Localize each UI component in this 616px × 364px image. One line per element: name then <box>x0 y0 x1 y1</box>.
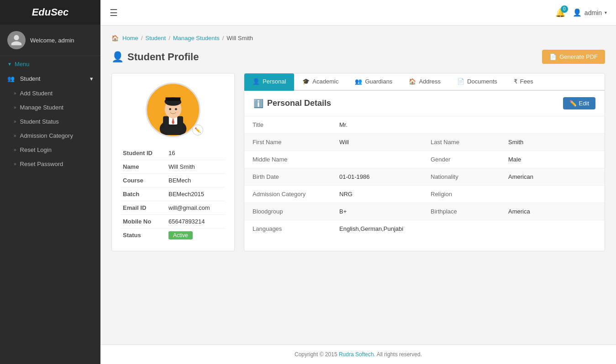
field-value: 01-01-1986 <box>331 168 422 186</box>
edit-avatar-icon[interactable]: ✏️ <box>192 125 203 135</box>
info-icon: ℹ️ <box>253 99 263 109</box>
sidebar-item-reset-password[interactable]: » Reset Password <box>0 157 100 171</box>
tab-academic[interactable]: 🎓 Academic <box>294 73 347 91</box>
sidebar-section-student: 👥 Student ▾ » Add Student » Manage Stude… <box>0 69 100 173</box>
welcome-label: Welcome, admin <box>30 37 74 44</box>
field-label: Bloodgroup <box>244 203 331 220</box>
academic-icon: 🎓 <box>302 78 310 85</box>
sidebar: EduSec Welcome, admin ▼ Menu 👥 Student ▾… <box>0 0 100 364</box>
main-content: ☰ 🔔 0 👤 admin ▾ 🏠 Home / Student / Manag… <box>100 0 616 364</box>
sidebar-item-student-status[interactable]: » Student Status <box>0 114 100 129</box>
svg-point-10 <box>181 104 184 107</box>
breadcrumb-home[interactable]: Home <box>122 35 138 42</box>
avatar <box>7 31 26 49</box>
app-logo: EduSec <box>0 0 100 25</box>
field-label2: Birthplace <box>422 203 500 220</box>
course-label: Course <box>121 174 167 187</box>
section-header: ℹ️ Personal Details ✏️ Edit <box>244 91 605 116</box>
sidebar-item-reset-login[interactable]: » Reset Login <box>0 143 100 157</box>
breadcrumb: 🏠 Home / Student / Manage Students / Wil… <box>111 35 605 42</box>
name-value: Will Smith <box>167 160 225 174</box>
status-label: Status <box>121 229 167 242</box>
page-header: 👤 Student Profile 📄 Generate PDF <box>111 50 605 64</box>
notification-bell[interactable]: 🔔 0 <box>555 8 565 18</box>
personal-details-table: Title Mr. First Name Will Last Name Smit… <box>244 116 605 237</box>
user-icon: 👤 <box>573 8 582 17</box>
breadcrumb-manage-students[interactable]: Manage Students <box>173 35 220 42</box>
field-value: Mr. <box>331 116 605 134</box>
content-area: 🏠 Home / Student / Manage Students / Wil… <box>100 26 616 344</box>
email-value: will@gmail.com <box>167 201 225 215</box>
field-value2 <box>500 186 605 203</box>
chevron-right-icon: » <box>14 91 16 96</box>
email-label: Email ID <box>121 201 167 215</box>
status-value: Active <box>167 229 225 242</box>
table-row: Languages English,German,Punjabi <box>244 220 605 238</box>
field-value <box>331 151 422 168</box>
personal-icon: 👤 <box>253 78 260 85</box>
hamburger-button[interactable]: ☰ <box>110 7 118 18</box>
table-row: Bloodgroup B+ Birthplace America <box>244 203 605 220</box>
edit-icon: ✏️ <box>569 100 577 107</box>
pdf-icon: 📄 <box>549 53 557 60</box>
field-label: Title <box>244 116 331 134</box>
svg-rect-8 <box>166 98 181 101</box>
sidebar-section-header-student[interactable]: 👥 Student ▾ <box>0 71 100 86</box>
footer-company-link[interactable]: Rudra Softech. <box>339 351 375 358</box>
svg-point-11 <box>169 108 171 110</box>
tab-fees[interactable]: ₹ Fees <box>505 73 542 91</box>
name-label: Name <box>121 160 167 174</box>
field-value: NRG <box>331 186 422 203</box>
menu-label: ▼ Menu <box>0 56 100 69</box>
breadcrumb-student[interactable]: Student <box>145 35 166 42</box>
chevron-right-icon: » <box>14 133 16 138</box>
sidebar-item-manage-student[interactable]: » Manage Student <box>0 100 100 114</box>
mobile-label: Mobile No <box>121 215 167 229</box>
table-row: Admission Category NRG Religion <box>244 186 605 203</box>
field-value: Will <box>331 134 422 151</box>
section-title: ℹ️ Personal Details <box>253 99 331 109</box>
mobile-value: 65647893214 <box>167 215 225 229</box>
field-label: Admission Category <box>244 186 331 203</box>
edit-button[interactable]: ✏️ Edit <box>563 97 595 109</box>
sidebar-item-add-student[interactable]: » Add Student <box>0 86 100 100</box>
address-icon: 🏠 <box>409 78 416 85</box>
batch-value: BEMech2015 <box>167 187 225 201</box>
user-menu[interactable]: 👤 admin ▾ <box>573 8 607 17</box>
tab-personal[interactable]: 👤 Personal <box>244 73 294 91</box>
tab-address[interactable]: 🏠 Address <box>400 73 449 91</box>
field-value2: American <box>500 168 605 186</box>
table-row: Birth Date 01-01-1986 Nationality Americ… <box>244 168 605 186</box>
field-label2: Gender <box>422 151 500 168</box>
profile-layout: ✏️ Student ID 16 Name Will Smith Course <box>111 73 605 251</box>
documents-icon: 📄 <box>457 78 464 85</box>
generate-pdf-button[interactable]: 📄 Generate PDF <box>542 50 605 64</box>
batch-label: Batch <box>121 187 167 201</box>
chevron-icon: ▾ <box>90 75 93 82</box>
chevron-right-icon: » <box>14 147 16 152</box>
tab-guardians[interactable]: 👥 Guardians <box>347 73 400 91</box>
admin-label: admin <box>584 9 602 16</box>
field-value2: America <box>500 203 605 220</box>
field-value2: Male <box>500 151 605 168</box>
chevron-right-icon: » <box>14 119 16 124</box>
profile-avatar-wrap: ✏️ <box>121 83 225 137</box>
topbar: ☰ 🔔 0 👤 admin ▾ <box>100 0 616 26</box>
field-value: English,German,Punjabi <box>331 220 605 238</box>
home-icon: 🏠 <box>111 35 119 42</box>
users-icon: 👥 <box>7 75 15 82</box>
field-label2: Religion <box>422 186 500 203</box>
table-row: Title Mr. <box>244 116 605 134</box>
field-label: Birth Date <box>244 168 331 186</box>
details-panel: 👤 Personal 🎓 Academic 👥 Guardians � <box>244 73 605 251</box>
user-icon: 👤 <box>111 51 124 63</box>
tab-documents[interactable]: 📄 Documents <box>449 73 505 91</box>
svg-point-12 <box>175 108 177 110</box>
sidebar-item-admission-category[interactable]: » Admission Category <box>0 129 100 143</box>
field-label: Middle Name <box>244 151 331 168</box>
student-id-label: Student ID <box>121 146 167 160</box>
field-label: Languages <box>244 220 331 238</box>
breadcrumb-current: Will Smith <box>226 35 253 42</box>
tabs: 👤 Personal 🎓 Academic 👥 Guardians � <box>244 73 605 91</box>
table-row: Middle Name Gender Male <box>244 151 605 168</box>
